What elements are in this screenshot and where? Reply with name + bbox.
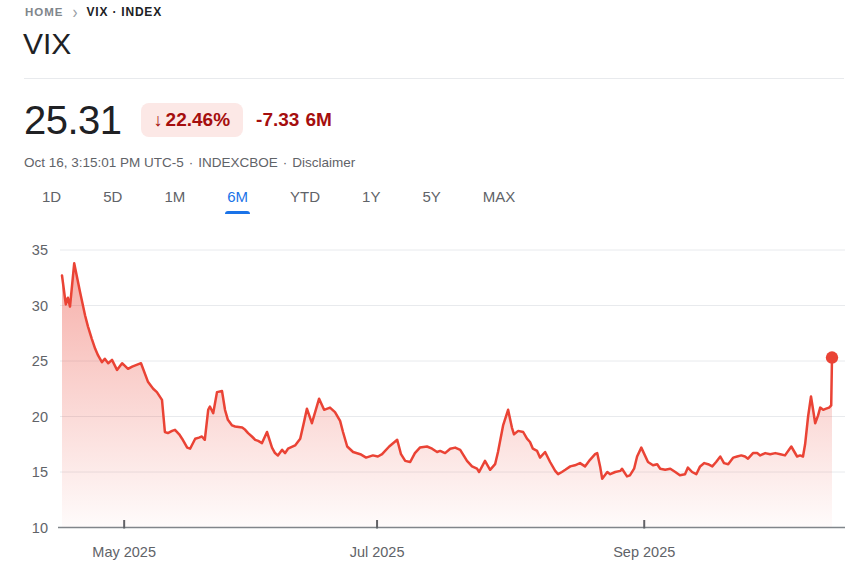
meta-separator: ·	[189, 155, 194, 170]
arrow-down-icon: ↓	[154, 110, 163, 131]
page-title: VIX	[23, 27, 71, 61]
breadcrumb: HOME › VIX · INDEX	[25, 5, 162, 19]
y-axis-label: 20	[32, 409, 48, 425]
change-absolute: -7.33 6M	[256, 109, 332, 131]
quote-meta: Oct 16, 3:15:01 PM UTC-5 · INDEXCBOE · D…	[24, 155, 355, 170]
price-chart[interactable]: 101520253035May 2025Jul 2025Sep 2025	[0, 232, 858, 571]
vix-quote-page: HOME › VIX · INDEX VIX 25.31 ↓ 22.46% -7…	[0, 0, 858, 571]
breadcrumb-chevron-icon: ›	[73, 4, 78, 21]
range-tab-5y[interactable]: 5Y	[422, 189, 440, 214]
breadcrumb-current: VIX · INDEX	[87, 5, 162, 19]
range-tab-1y[interactable]: 1Y	[362, 189, 380, 214]
range-tab-5d[interactable]: 5D	[103, 189, 122, 214]
change-period: 6M	[305, 109, 331, 131]
area-fill	[62, 263, 832, 527]
title-divider	[24, 78, 844, 79]
last-price-dot	[826, 351, 838, 363]
change-percent-badge: ↓ 22.46%	[141, 103, 243, 137]
x-axis-label: Jul 2025	[350, 544, 405, 560]
y-axis-label: 30	[32, 298, 48, 314]
change-absolute-value: -7.33	[256, 109, 299, 131]
quote-row: 25.31 ↓ 22.46% -7.33 6M	[24, 99, 332, 141]
range-tab-1m[interactable]: 1M	[164, 189, 185, 214]
y-axis-label: 10	[32, 520, 48, 536]
x-axis-label: May 2025	[92, 544, 156, 560]
current-price: 25.31	[24, 99, 122, 141]
range-tab-max[interactable]: MAX	[483, 189, 516, 214]
x-axis-label: Sep 2025	[613, 544, 675, 560]
range-tab-6m[interactable]: 6M	[227, 189, 248, 214]
meta-separator: ·	[283, 155, 288, 170]
range-tabs: 1D5D1M6MYTD1Y5YMAX	[42, 189, 515, 214]
quote-timestamp: Oct 16, 3:15:01 PM UTC-5	[24, 155, 184, 170]
range-tab-ytd[interactable]: YTD	[290, 189, 320, 214]
y-axis-label: 35	[32, 242, 48, 258]
y-axis-label: 15	[32, 464, 48, 480]
change-percent-value: 22.46%	[166, 109, 230, 131]
disclaimer-link[interactable]: Disclaimer	[292, 155, 355, 170]
exchange-name: INDEXCBOE	[198, 155, 278, 170]
breadcrumb-home-link[interactable]: HOME	[25, 6, 64, 18]
y-axis-label: 25	[32, 353, 48, 369]
range-tab-1d[interactable]: 1D	[42, 189, 61, 214]
